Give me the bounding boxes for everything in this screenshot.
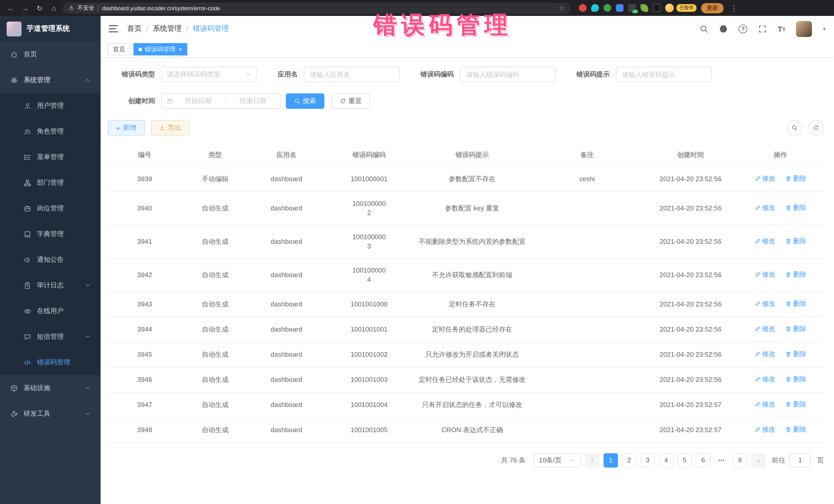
page-button-8[interactable]: 8 [733, 453, 747, 467]
browser-update-button[interactable]: 更新 [701, 3, 724, 13]
forward-icon[interactable]: → [20, 2, 31, 14]
error-msg-input[interactable] [616, 67, 712, 82]
error-code-input[interactable] [460, 67, 556, 82]
app-name-input[interactable] [304, 67, 400, 82]
delete-link[interactable]: 删除 [786, 236, 807, 246]
delete-link[interactable]: 删除 [786, 399, 807, 409]
browser-home-icon[interactable]: ⌂ [48, 2, 60, 14]
help-icon[interactable]: ? [739, 24, 747, 33]
add-button[interactable]: + 新增 [108, 120, 145, 135]
extension-vpn-icon[interactable]: on [628, 4, 636, 12]
sidebar-item-notice[interactable]: 通知公告 [0, 247, 101, 272]
cell-type: 自动生成 [181, 225, 249, 258]
bookmark-star-icon[interactable]: ☆ [559, 4, 565, 12]
reset-button[interactable]: 重置 [332, 93, 370, 109]
extension-pin-icon[interactable] [653, 4, 660, 12]
sidebar-item-user-management[interactable]: 用户管理 [0, 93, 101, 118]
reload-icon[interactable]: ↻ [34, 2, 45, 14]
logo-area[interactable]: 芋道管理系统 [0, 16, 101, 42]
edit-link[interactable]: 修改 [754, 324, 775, 333]
sidebar-item-online-users[interactable]: 在线用户 [0, 298, 101, 324]
prev-page-button[interactable]: ‹ [585, 453, 599, 467]
back-icon[interactable]: ← [5, 2, 17, 14]
edit-link[interactable]: 修改 [754, 399, 775, 409]
sidebar-item-menu-management[interactable]: 菜单管理 [0, 144, 101, 170]
sidebar-item-system-management[interactable]: 系统管理 [0, 67, 101, 93]
header-search-icon[interactable] [700, 24, 708, 33]
sidebar-item-sms-management[interactable]: 短信管理 [0, 324, 101, 350]
sidebar-item-dept-management[interactable]: 部门管理 [0, 170, 101, 196]
page-button-4[interactable]: 4 [659, 453, 673, 467]
sidebar-item-infrastructure[interactable]: 基础设施 [0, 375, 101, 401]
breadcrumb-system[interactable]: 系统管理 [153, 24, 182, 34]
user-avatar[interactable] [796, 21, 812, 37]
sidebar-item-post-management[interactable]: 岗位管理 [0, 196, 101, 221]
sidebar-item-error-code-management[interactable]: 错误码管理 [0, 350, 101, 375]
delete-link[interactable]: 删除 [786, 299, 807, 308]
sidebar-item-home[interactable]: 首页 [0, 42, 101, 67]
delete-link[interactable]: 删除 [786, 270, 807, 279]
fullscreen-icon[interactable] [758, 24, 767, 33]
font-size-icon[interactable]: TT [777, 25, 786, 32]
breadcrumb-home[interactable]: 首页 [127, 24, 142, 34]
sidebar-item-label: 菜单管理 [37, 152, 91, 162]
box-icon [10, 384, 18, 392]
cell-actions: 修改 删除 [737, 317, 824, 342]
page-button-6[interactable]: 6 [696, 453, 710, 467]
edit-link[interactable]: 修改 [754, 174, 775, 183]
search-button[interactable]: 搜索 [286, 93, 324, 109]
edit-link[interactable]: 修改 [754, 425, 775, 434]
export-button[interactable]: 导出 [151, 120, 190, 135]
page-button-1[interactable]: 1 [603, 453, 618, 467]
sidebar-item-role-management[interactable]: 角色管理 [0, 118, 101, 144]
page-button-3[interactable]: 3 [640, 453, 655, 467]
sidebar-item-label: 通知公告 [37, 255, 91, 264]
browser-menu-kebab-icon[interactable]: ⋮ [728, 2, 740, 14]
extension-leaf-icon[interactable] [640, 4, 648, 12]
page-ellipsis[interactable]: ••• [715, 453, 729, 467]
sidebar-item-dev-tools[interactable]: 研发工具 [0, 401, 101, 426]
address-bar[interactable]: ⚠ 不安全 dashboard.yudao.iocoder.cn/system/… [63, 2, 571, 14]
avatar-caret-icon[interactable]: ▾ [823, 25, 826, 32]
page-button-5[interactable]: 5 [678, 453, 692, 467]
delete-link[interactable]: 删除 [786, 203, 807, 212]
delete-link[interactable]: 删除 [786, 349, 807, 358]
toggle-search-icon[interactable] [787, 120, 802, 135]
sidebar-collapse-icon[interactable] [109, 25, 118, 32]
next-page-button[interactable]: › [751, 453, 766, 467]
extension-drop-icon[interactable] [591, 4, 599, 12]
tab-home[interactable]: 首页 [108, 43, 130, 56]
delete-link[interactable]: 删除 [786, 425, 807, 434]
delete-link[interactable]: 删除 [786, 324, 807, 333]
cell-actions: 修改 删除 [737, 291, 824, 317]
cell-id: 3944 [108, 317, 181, 342]
page-size-select[interactable]: 10条/页 [534, 453, 581, 467]
browser-profile-emoji[interactable] [665, 4, 674, 12]
tab-error-code[interactable]: 错误码管理 × [133, 43, 187, 56]
sidebar-item-dict-management[interactable]: 字典管理 [0, 221, 101, 247]
tab-close-icon[interactable]: × [179, 46, 182, 53]
extension-grid-icon[interactable] [616, 4, 623, 12]
chevron-down-icon [570, 457, 576, 463]
edit-label: 修改 [762, 374, 775, 384]
delete-link[interactable]: 删除 [786, 174, 807, 183]
error-type-select[interactable]: 请选择错误码类型 [161, 67, 257, 82]
edit-link[interactable]: 修改 [754, 203, 775, 212]
edit-link[interactable]: 修改 [754, 299, 775, 308]
date-range-picker[interactable]: 开始日期 - 结束日期 [161, 93, 281, 109]
github-icon[interactable] [719, 24, 728, 33]
delete-label: 删除 [793, 270, 807, 279]
extension-red-icon[interactable] [579, 4, 587, 12]
edit-label: 修改 [762, 236, 775, 246]
chevron-down-icon [85, 334, 91, 340]
edit-link[interactable]: 修改 [754, 236, 775, 246]
sidebar-item-audit-log[interactable]: 审计日志 [0, 272, 101, 298]
page-button-2[interactable]: 2 [622, 453, 636, 467]
extension-green-icon[interactable] [603, 4, 611, 12]
edit-link[interactable]: 修改 [754, 270, 775, 279]
edit-link[interactable]: 修改 [754, 374, 775, 384]
edit-link[interactable]: 修改 [754, 349, 775, 358]
delete-link[interactable]: 删除 [786, 374, 807, 384]
refresh-table-icon[interactable] [808, 120, 824, 135]
goto-page-input[interactable] [789, 453, 811, 467]
